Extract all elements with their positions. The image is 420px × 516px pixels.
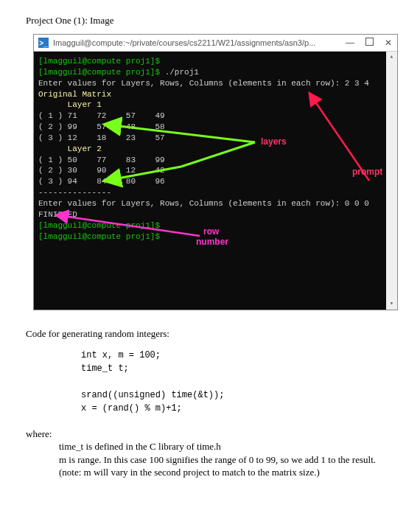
matrix-row: ( 2 ) 99 57 48 58 [38, 122, 397, 133]
finished-line: FINISHED [38, 209, 397, 220]
matrix-row: ( 1 ) 50 77 83 99 [38, 155, 397, 166]
scroll-down-icon[interactable]: ▾ [386, 299, 397, 310]
enter-values-line: Enter values for Layers, Rows, Columns (… [38, 78, 397, 89]
window-title: Imagguil@compute:~/private/courses/cs221… [53, 38, 346, 47]
layer-label: Layer 2 [38, 144, 397, 155]
annotation-layers: layers [261, 136, 287, 147]
code-line: int x, m = 100; [81, 349, 394, 362]
layer-label: Layer 1 [38, 100, 397, 111]
matrix-row: ( 1 ) 71 72 57 49 [38, 111, 397, 122]
vertical-scrollbar[interactable]: ▴ ▾ [386, 52, 397, 310]
code-line: srand((unsigned) time(&t)); [81, 388, 394, 402]
maximize-button[interactable] [365, 38, 374, 48]
terminal-icon: >_ [38, 38, 49, 48]
where-line: (note: m will vary in the second project… [59, 466, 394, 479]
annotation-prompt: prompt [352, 166, 382, 178]
divider-dots: --------------- [38, 187, 397, 198]
code-line: x = (rand() % m)+1; [81, 402, 394, 415]
prompt-line: [lmagguil@compute proj1]$ [38, 57, 160, 66]
prompt-line: [lmagguil@compute proj1]$ [38, 68, 160, 77]
terminal-window: >_ Imagguil@compute:~/private/courses/cs… [33, 34, 398, 310]
annotation-number: number [196, 236, 228, 248]
window-titlebar: >_ Imagguil@compute:~/private/courses/cs… [34, 35, 397, 52]
matrix-row: ( 3 ) 94 84 80 96 [38, 176, 397, 187]
enter-values-line: Enter values for Layers, Rows, Columns (… [38, 198, 397, 209]
terminal-body: [lmagguil@compute proj1]$ [lmagguil@comp… [34, 52, 397, 310]
where-line: m is range. In this case 100 signifies t… [59, 453, 394, 467]
matrix-row: ( 3 ) 12 18 23 57 [38, 133, 397, 144]
matrix-row: ( 2 ) 30 90 12 42 [38, 165, 397, 176]
code-line: time_t t; [81, 362, 394, 375]
where-line: time_t is defined in the C library of ti… [59, 440, 394, 453]
original-matrix-label: Original Matrix [38, 89, 397, 100]
code-section-title: Code for generating random integers: [26, 328, 394, 340]
minimize-button[interactable]: — [346, 38, 354, 48]
where-label: where: [26, 428, 394, 440]
scroll-up-icon[interactable]: ▴ [386, 52, 397, 63]
page-title: Project One (1): Image [26, 15, 394, 27]
close-button[interactable]: ✕ [384, 38, 393, 48]
blank-line [81, 375, 394, 388]
